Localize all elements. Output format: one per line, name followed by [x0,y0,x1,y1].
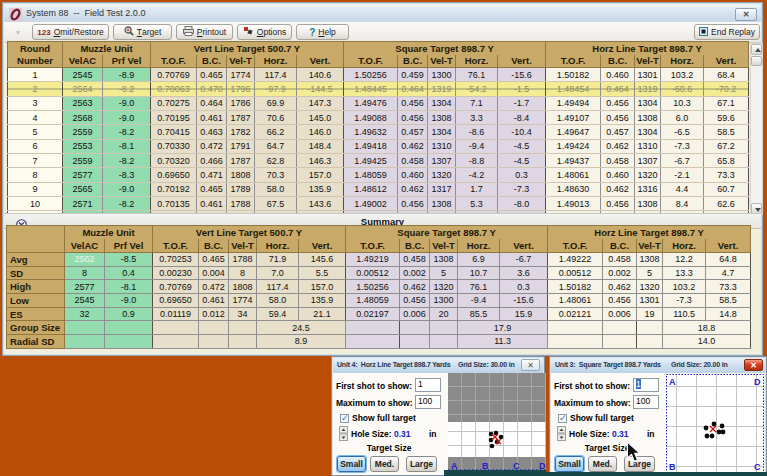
svg-text:D: D [754,377,761,387]
svg-text:C: C [754,462,761,472]
svg-text:A: A [669,377,676,387]
svg-text:B: B [669,462,676,472]
